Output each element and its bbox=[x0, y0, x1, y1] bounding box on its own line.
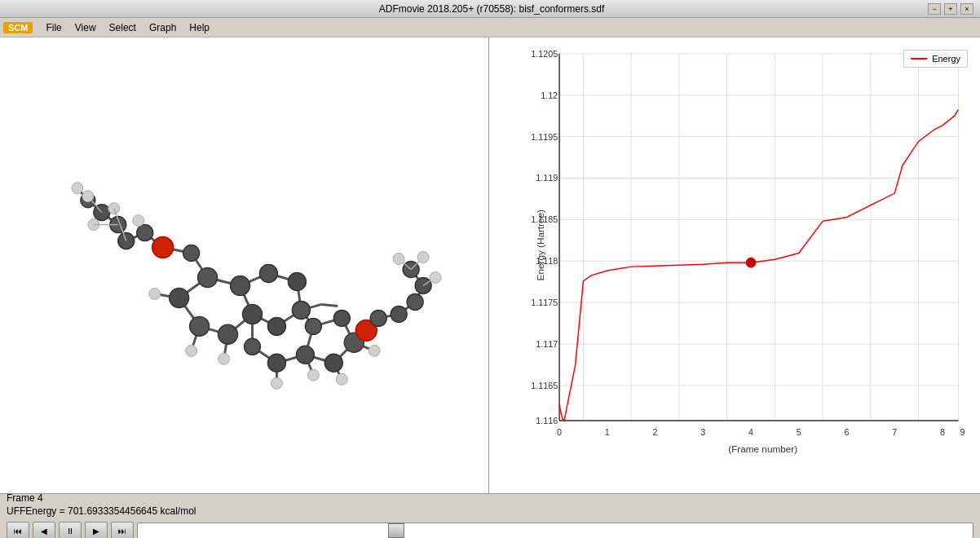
skip-back-button[interactable]: ⏮ bbox=[7, 522, 29, 538]
svg-text:8: 8 bbox=[940, 427, 945, 437]
svg-point-64 bbox=[137, 225, 153, 241]
svg-point-77 bbox=[271, 377, 282, 389]
svg-point-49 bbox=[190, 316, 210, 336]
maximize-button[interactable]: + bbox=[944, 3, 957, 15]
svg-point-79 bbox=[336, 373, 347, 385]
status-bar: Frame 4 UFFEnergy = 701.6933354456645 kc… bbox=[0, 493, 980, 538]
svg-text:1.116: 1.116 bbox=[536, 416, 558, 426]
molecule-viewer[interactable] bbox=[0, 37, 488, 493]
svg-point-57 bbox=[305, 318, 321, 334]
progress-bar[interactable] bbox=[137, 523, 973, 538]
svg-point-69 bbox=[370, 310, 386, 326]
svg-text:7: 7 bbox=[892, 427, 897, 437]
graph-panel: Energy bbox=[489, 37, 980, 493]
pause-button[interactable]: ⏸ bbox=[59, 522, 82, 538]
main-content: Energy bbox=[0, 37, 980, 493]
svg-text:0: 0 bbox=[557, 427, 562, 437]
svg-line-30 bbox=[321, 304, 338, 306]
svg-text:(Frame number): (Frame number) bbox=[728, 443, 797, 454]
svg-point-48 bbox=[219, 324, 238, 344]
svg-point-46 bbox=[231, 276, 250, 295]
svg-point-94 bbox=[430, 271, 441, 283]
svg-text:1.1165: 1.1165 bbox=[531, 381, 558, 390]
svg-text:3: 3 bbox=[700, 427, 705, 437]
playback-controls: ⏮ ◀ ⏸ ▶ ⏭ bbox=[7, 522, 973, 538]
close-button[interactable]: × bbox=[960, 3, 973, 15]
svg-text:1.117: 1.117 bbox=[536, 339, 558, 349]
graph-svg: 1.1205 1.12 1.1195 1.119 1.1185 1.118 1.… bbox=[530, 46, 972, 461]
svg-text:6: 6 bbox=[844, 427, 849, 437]
svg-point-60 bbox=[333, 310, 350, 326]
skip-forward-button[interactable]: ⏭ bbox=[111, 522, 134, 538]
molecule-svg bbox=[0, 37, 488, 493]
svg-point-44 bbox=[170, 288, 189, 307]
svg-point-70 bbox=[391, 306, 407, 322]
svg-point-45 bbox=[198, 267, 218, 287]
svg-point-74 bbox=[149, 288, 161, 299]
svg-rect-95 bbox=[536, 46, 967, 461]
svg-point-76 bbox=[219, 353, 230, 364]
scm-logo[interactable]: SCM bbox=[3, 22, 33, 33]
svg-text:2: 2 bbox=[653, 427, 658, 437]
legend-line bbox=[911, 58, 927, 60]
svg-point-58 bbox=[324, 354, 342, 372]
svg-text:Energy (Hartree): Energy (Hartree) bbox=[535, 209, 545, 280]
titlebar-title: ADFmovie 2018.205+ (r70558): bisf_confor… bbox=[55, 3, 928, 15]
menubar: SCM File View Select Graph Help bbox=[0, 18, 980, 37]
svg-text:1.12: 1.12 bbox=[541, 90, 558, 100]
svg-text:5: 5 bbox=[797, 427, 801, 437]
svg-point-50 bbox=[259, 265, 277, 283]
svg-point-61 bbox=[152, 237, 174, 258]
step-forward-button[interactable]: ▶ bbox=[85, 522, 108, 538]
svg-point-82 bbox=[133, 215, 144, 227]
svg-point-55 bbox=[267, 354, 285, 372]
svg-point-71 bbox=[407, 293, 423, 310]
menu-help[interactable]: Help bbox=[183, 20, 216, 35]
svg-point-88 bbox=[82, 191, 94, 202]
menu-select[interactable]: Select bbox=[103, 20, 143, 35]
svg-point-53 bbox=[267, 317, 285, 335]
frame-info: Frame 4 bbox=[7, 492, 973, 504]
svg-point-52 bbox=[292, 301, 310, 319]
molecule-viewer-panel bbox=[0, 37, 489, 493]
svg-text:1: 1 bbox=[605, 427, 610, 437]
svg-point-54 bbox=[245, 338, 261, 355]
graph-legend: Energy bbox=[903, 50, 968, 68]
energy-info: UFFEnergy = 701.6933354456645 kcal/mol bbox=[7, 505, 973, 517]
menu-view[interactable]: View bbox=[68, 20, 103, 35]
titlebar: ADFmovie 2018.205+ (r70558): bisf_confor… bbox=[0, 0, 980, 18]
svg-text:1.1195: 1.1195 bbox=[531, 132, 558, 142]
minimize-button[interactable]: − bbox=[928, 3, 941, 15]
svg-text:1.1205: 1.1205 bbox=[531, 49, 558, 59]
svg-point-92 bbox=[393, 254, 404, 265]
progress-thumb[interactable] bbox=[388, 523, 404, 538]
menu-file[interactable]: File bbox=[39, 20, 68, 35]
svg-text:1.1175: 1.1175 bbox=[531, 298, 558, 307]
svg-text:1.119: 1.119 bbox=[536, 173, 558, 183]
svg-point-75 bbox=[186, 345, 197, 356]
svg-point-81 bbox=[72, 183, 83, 194]
svg-point-139 bbox=[746, 258, 756, 267]
svg-text:9: 9 bbox=[960, 427, 965, 437]
svg-point-83 bbox=[108, 203, 120, 214]
svg-point-80 bbox=[369, 345, 380, 356]
step-back-button[interactable]: ◀ bbox=[33, 522, 55, 538]
svg-point-47 bbox=[243, 304, 263, 324]
titlebar-controls: − + × bbox=[928, 3, 973, 15]
svg-text:4: 4 bbox=[748, 427, 753, 437]
svg-point-56 bbox=[296, 346, 314, 364]
svg-point-91 bbox=[417, 252, 429, 263]
svg-point-78 bbox=[307, 369, 319, 381]
svg-point-63 bbox=[183, 245, 200, 262]
menu-graph[interactable]: Graph bbox=[143, 20, 183, 35]
svg-point-51 bbox=[288, 272, 306, 290]
legend-label: Energy bbox=[932, 54, 960, 64]
